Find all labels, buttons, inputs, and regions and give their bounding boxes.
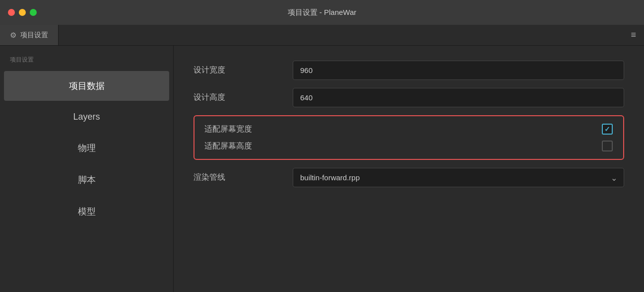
sidebar-item-project-data[interactable]: 项目数据: [4, 71, 169, 101]
fit-width-label: 适配屏幕宽度: [204, 124, 601, 135]
sidebar: 项目设置 项目数据 Layers 物理 脚本 模型: [0, 46, 174, 292]
render-pipeline-wrapper: builtin-forward.rpp builtin-deferred.rpp…: [293, 168, 624, 187]
fit-width-row: 适配屏幕宽度: [204, 123, 613, 135]
tab-project-settings[interactable]: ⚙ 项目设置: [0, 25, 59, 45]
design-height-row: 设计高度: [193, 88, 624, 107]
tab-bar: ⚙ 项目设置 ≡: [0, 25, 644, 46]
title-bar: 项目设置 - PlaneWar: [0, 0, 644, 25]
design-height-input[interactable]: [293, 88, 624, 107]
fit-height-checkbox[interactable]: [602, 141, 613, 151]
sidebar-item-scripts[interactable]: 脚本: [4, 165, 169, 195]
fit-screen-section: 适配屏幕宽度 适配屏幕高度: [193, 115, 624, 160]
maximize-button[interactable]: [30, 9, 37, 16]
design-height-label: 设计高度: [193, 92, 293, 103]
render-pipeline-select[interactable]: builtin-forward.rpp builtin-deferred.rpp: [293, 168, 624, 187]
tab-label: 项目设置: [20, 31, 48, 40]
fit-height-row: 适配屏幕高度: [204, 140, 613, 152]
window-title: 项目设置 - PlaneWar: [288, 8, 357, 17]
render-pipeline-row: 渲染管线 builtin-forward.rpp builtin-deferre…: [193, 168, 624, 187]
traffic-lights: [8, 9, 37, 16]
sidebar-item-models[interactable]: 模型: [4, 197, 169, 226]
design-width-label: 设计宽度: [193, 65, 293, 75]
main-layout: 项目设置 项目数据 Layers 物理 脚本 模型 设计宽度 设计高度: [0, 46, 644, 292]
content-area: 设计宽度 设计高度 适配屏幕宽度 适配屏幕高度: [174, 46, 644, 292]
fit-width-checkbox[interactable]: [602, 124, 613, 135]
menu-icon[interactable]: ≡: [631, 30, 636, 40]
close-button[interactable]: [8, 9, 15, 16]
sidebar-item-physics[interactable]: 物理: [4, 133, 169, 163]
design-width-input[interactable]: [293, 61, 624, 80]
sidebar-item-layers[interactable]: Layers: [4, 103, 169, 131]
design-width-row: 设计宽度: [193, 61, 624, 80]
fit-height-checkbox-wrapper: [601, 140, 613, 152]
minimize-button[interactable]: [19, 9, 26, 16]
fit-width-checkbox-wrapper: [601, 123, 613, 135]
render-pipeline-label: 渲染管线: [193, 172, 293, 183]
gear-icon: ⚙: [10, 31, 16, 40]
fit-height-label: 适配屏幕高度: [204, 141, 601, 151]
sidebar-section-label: 项目设置: [0, 56, 173, 70]
